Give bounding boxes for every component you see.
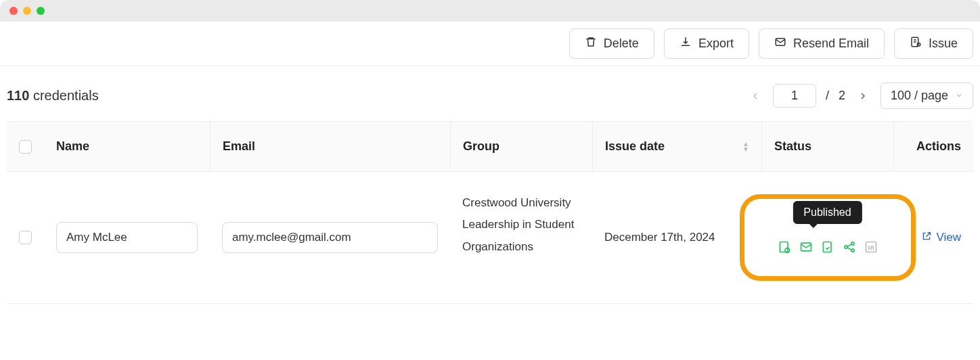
- window-titlebar: [0, 0, 980, 22]
- svg-rect-3: [780, 242, 788, 252]
- table-header: Name Email Group Issue date ▲▼ Status Ac…: [7, 121, 973, 172]
- shared-status-icon[interactable]: [843, 240, 856, 254]
- window-close-button[interactable]: [9, 7, 18, 15]
- chevron-down-icon: [955, 89, 963, 103]
- issue-button-label: Issue: [929, 37, 958, 51]
- emailed-status-icon[interactable]: [799, 240, 813, 254]
- window-minimize-button[interactable]: [23, 7, 31, 15]
- svg-rect-6: [823, 242, 831, 252]
- credentials-count: 110 credentials: [7, 88, 99, 104]
- column-header-issue-date-label: Issue date: [605, 139, 665, 154]
- email-input[interactable]: [222, 222, 438, 253]
- current-page-input[interactable]: 1: [773, 84, 816, 108]
- certificate-icon: [910, 36, 922, 51]
- pagination: 1 / 2 100 / page: [747, 83, 973, 109]
- viewed-status-icon[interactable]: [821, 240, 834, 254]
- table-row: Crestwood University Leadership in Stude…: [7, 172, 973, 304]
- status-cell: Published: [774, 221, 881, 254]
- resend-email-button-label: Resend Email: [793, 37, 869, 51]
- download-icon: [680, 36, 692, 51]
- next-page-button[interactable]: [855, 88, 871, 104]
- column-header-name[interactable]: Name: [44, 122, 210, 171]
- external-link-icon: [921, 231, 932, 245]
- prev-page-button[interactable]: [747, 88, 763, 104]
- column-header-issue-date[interactable]: Issue date ▲▼: [592, 122, 761, 171]
- export-button[interactable]: Export: [664, 28, 749, 59]
- page-size-select[interactable]: 100 / page: [881, 83, 973, 109]
- page-separator: /: [826, 89, 829, 103]
- view-link-label: View: [936, 231, 961, 244]
- select-all-checkbox[interactable]: [19, 140, 32, 154]
- linkedin-status-icon[interactable]: [864, 240, 878, 254]
- resend-email-button[interactable]: Resend Email: [759, 28, 885, 59]
- name-input[interactable]: [56, 222, 198, 253]
- action-toolbar: Delete Export Resend Email Issue: [0, 22, 980, 66]
- row-checkbox[interactable]: [19, 231, 32, 244]
- mail-icon: [774, 36, 786, 51]
- column-header-email[interactable]: Email: [210, 122, 450, 171]
- trash-icon: [585, 36, 597, 51]
- credentials-table: Name Email Group Issue date ▲▼ Status Ac…: [7, 121, 973, 304]
- window-maximize-button[interactable]: [37, 7, 45, 15]
- issue-date-cell: December 17th, 2024: [592, 172, 761, 303]
- column-header-actions: Actions: [893, 122, 973, 171]
- group-cell: Crestwood University Leadership in Stude…: [450, 172, 592, 303]
- delete-button-label: Delete: [604, 37, 639, 51]
- export-button-label: Export: [698, 37, 734, 51]
- delete-button[interactable]: Delete: [569, 28, 654, 59]
- status-tooltip: Published: [793, 201, 862, 224]
- list-controls: 110 credentials 1 / 2 100 / page: [0, 66, 980, 121]
- sort-icon: ▲▼: [742, 141, 749, 152]
- published-status-icon[interactable]: [778, 240, 791, 254]
- page-size-label: 100 / page: [891, 89, 948, 103]
- total-pages: 2: [839, 89, 845, 103]
- column-header-group[interactable]: Group: [450, 122, 592, 171]
- column-header-status[interactable]: Status: [761, 122, 893, 171]
- issue-button[interactable]: Issue: [894, 28, 973, 59]
- status-icons: [778, 240, 878, 254]
- credentials-count-label: credentials: [33, 88, 99, 103]
- credentials-count-number: 110: [7, 88, 29, 103]
- view-link[interactable]: View: [921, 231, 961, 245]
